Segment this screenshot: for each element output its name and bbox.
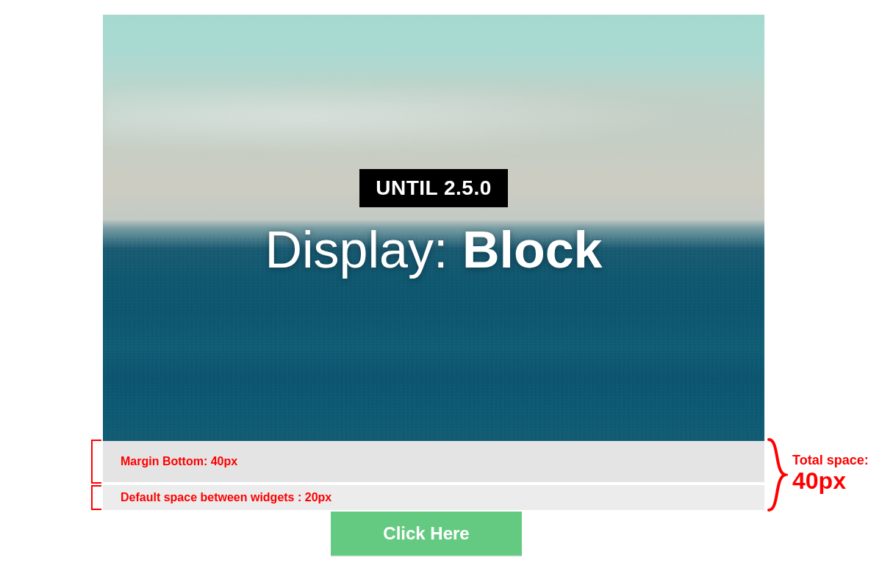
widget-gap-zone: Default space between widgets : 20px [103, 485, 764, 510]
hero-image-block: UNTIL 2.5.0 Display: Block [103, 15, 764, 441]
headline-bold: Block [462, 221, 603, 279]
version-badge: UNTIL 2.5.0 [359, 169, 507, 207]
headline-light: Display: [265, 221, 462, 279]
margin-bottom-label: Margin Bottom: 40px [121, 455, 237, 468]
left-bracket-margin [91, 440, 101, 484]
widget-gap-label: Default space between widgets : 20px [121, 491, 331, 504]
right-curly-brace [766, 438, 788, 512]
total-space-value: 40px [792, 468, 869, 494]
margin-bottom-zone: Margin Bottom: 40px [103, 441, 764, 482]
total-space-label: Total space: [792, 453, 869, 468]
hero-headline: Display: Block [265, 220, 602, 279]
click-here-button[interactable]: Click Here [331, 512, 522, 556]
total-space-annotation: Total space: 40px [792, 453, 869, 494]
left-bracket-gap [91, 485, 101, 510]
